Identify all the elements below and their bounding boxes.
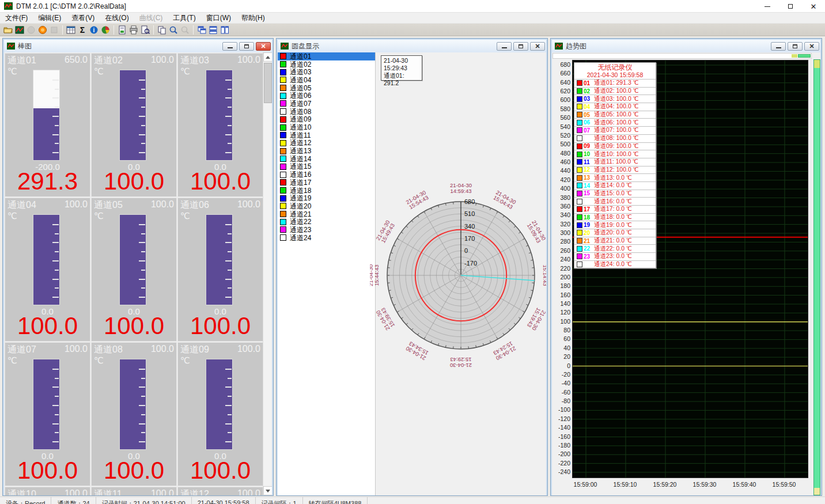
disc-window-minimize-button[interactable]: [497, 42, 512, 51]
disc-window-icon: [281, 43, 289, 50]
bar-track: [33, 70, 60, 161]
channel-list-item[interactable]: 通道12: [278, 139, 375, 147]
export-page-icon[interactable]: [116, 25, 128, 35]
channel-list-item[interactable]: 通道17: [278, 179, 375, 187]
y-axis-tick-label: 420: [552, 177, 570, 183]
info-icon[interactable]: i: [88, 25, 100, 35]
channel-list-label: 通道04: [290, 77, 311, 84]
channel-list-item[interactable]: 通道01: [278, 52, 375, 60]
restore-button[interactable]: [779, 0, 802, 13]
trend-legend: 无纸记录仪 2021-04-30 15:59:58 01通道01: 291.3 …: [574, 62, 656, 268]
legend-channel-number: 17: [584, 206, 594, 213]
legend-channel-number: 05: [584, 112, 594, 118]
channel-list-item[interactable]: 通道20: [278, 202, 375, 210]
channel-list-item[interactable]: 通道05: [278, 84, 375, 92]
bar-window-title-bar: 棒图 ✕: [4, 40, 272, 52]
legend-channel-value: 通道10: 100.0 ℃: [594, 150, 638, 158]
scroll-up-arrow-icon[interactable]: [263, 52, 272, 62]
printer-icon[interactable]: [128, 25, 139, 35]
menu-item[interactable]: 文件(F): [0, 12, 33, 24]
bar-window-scrollbar[interactable]: [263, 52, 272, 495]
disc-window-maximize-button[interactable]: [513, 42, 528, 51]
zoom-icon[interactable]: [168, 25, 179, 35]
channel-list-item[interactable]: 通道02: [278, 60, 375, 69]
scrollbar-thumb[interactable]: [264, 63, 272, 103]
channel-list-item[interactable]: 通道11: [278, 131, 375, 139]
record-icon[interactable]: [37, 25, 48, 35]
record-icon-disabled: [25, 25, 37, 35]
channel-color-swatch: [280, 156, 286, 162]
trend-window-maximize-button[interactable]: [788, 42, 803, 51]
channel-list-item[interactable]: 通道22: [278, 218, 375, 226]
svg-text:-170: -170: [464, 260, 477, 267]
channel-value: 100.0: [5, 312, 90, 340]
statistics-pie-icon[interactable]: [100, 25, 111, 35]
y-axis-tick-label: 400: [552, 185, 570, 191]
channel-color-swatch: [280, 53, 286, 59]
channel-list-item[interactable]: 通道19: [278, 194, 375, 202]
channel-list-item[interactable]: 通道21: [278, 210, 375, 218]
copy-icon[interactable]: [156, 25, 168, 35]
menu-item[interactable]: 窗口(W): [201, 12, 236, 24]
legend-channel-number: 20: [584, 230, 594, 236]
scroll-down-arrow-icon[interactable]: [263, 486, 272, 495]
menu-item[interactable]: 工具(T): [168, 12, 200, 24]
open-folder-icon[interactable]: [2, 25, 14, 35]
cascade-windows-icon[interactable]: [196, 25, 207, 35]
channel-list-item[interactable]: 通道15: [278, 163, 375, 171]
channel-list-label: 通道01: [290, 53, 311, 60]
channel-list-item[interactable]: 通道16: [278, 170, 375, 179]
y-axis-tick-label: 280: [552, 238, 570, 244]
legend-channel-number: 23: [584, 253, 594, 260]
channel-list-item[interactable]: 通道24: [278, 234, 375, 242]
h-scrollbar-thumb[interactable]: [798, 54, 811, 58]
disc-window-close-button[interactable]: ✕: [530, 42, 545, 51]
range-max: 100.0: [65, 344, 88, 356]
channel-list-item[interactable]: 通道23: [278, 226, 375, 234]
trend-window-minimize-button[interactable]: [771, 42, 786, 51]
legend-channel-number: 07: [584, 127, 594, 134]
channel-list-item[interactable]: 通道04: [278, 76, 375, 84]
svg-text:21-04-3014:59:43: 21-04-3014:59:43: [450, 182, 472, 194]
print-preview-icon[interactable]: [139, 25, 151, 35]
channel-list-label: 通道05: [290, 85, 311, 92]
v-scrollbar-thumb[interactable]: [814, 60, 820, 68]
data-table-icon[interactable]: [65, 25, 77, 35]
channel-list-item[interactable]: 通道07: [278, 100, 375, 108]
legend-row: 07通道07: 100.0 ℃: [574, 126, 656, 134]
trend-window-close-button[interactable]: ✕: [804, 42, 819, 51]
legend-channel-number: 24: [584, 262, 594, 268]
channel-list-item[interactable]: 通道13: [278, 147, 375, 155]
legend-channel-number: 06: [584, 119, 594, 126]
channel-value: 100.0: [5, 457, 90, 484]
bar-window-minimize-button[interactable]: [222, 42, 237, 51]
tile-vertical-icon[interactable]: [219, 25, 230, 35]
bar-window-close-button[interactable]: ✕: [256, 42, 271, 51]
channel-list-item[interactable]: 通道10: [278, 123, 375, 131]
close-button[interactable]: ✕: [802, 0, 825, 13]
x-axis-tick-label: 15:59:00: [568, 481, 603, 488]
channel-list-item[interactable]: 通道09: [278, 116, 375, 124]
legend-channel-number: 22: [584, 245, 594, 252]
realtime-data-icon[interactable]: [14, 25, 25, 35]
legend-row: 09通道09: 100.0 ℃: [574, 142, 656, 150]
menu-item[interactable]: 帮助(H): [236, 12, 270, 24]
minimize-button[interactable]: [756, 0, 779, 13]
x-axis-tick-label: 15:59:40: [727, 481, 762, 488]
channel-list-item[interactable]: 通道08: [278, 108, 375, 116]
channel-list-item[interactable]: 通道18: [278, 187, 375, 195]
bar-window-maximize-button[interactable]: [239, 42, 254, 51]
tile-horizontal-icon[interactable]: [207, 25, 219, 35]
trend-vertical-scrollbar[interactable]: [813, 59, 820, 495]
menu-item[interactable]: 在线(O): [100, 12, 134, 24]
sum-sigma-icon[interactable]: Σ: [77, 25, 88, 35]
menu-item[interactable]: 编辑(E): [33, 12, 66, 24]
trend-horizontal-scrollbar[interactable]: [552, 53, 812, 59]
svg-text:21-04-3015:19:43: 21-04-3015:19:43: [526, 306, 546, 331]
channel-list-item[interactable]: 通道14: [278, 155, 375, 163]
legend-color-swatch: [577, 222, 582, 228]
channel-list-item[interactable]: 通道03: [278, 68, 375, 76]
legend-row: 01通道01: 291.3 ℃: [574, 79, 656, 87]
channel-list-item[interactable]: 通道06: [278, 92, 375, 100]
menu-item[interactable]: 查看(V): [66, 12, 100, 24]
